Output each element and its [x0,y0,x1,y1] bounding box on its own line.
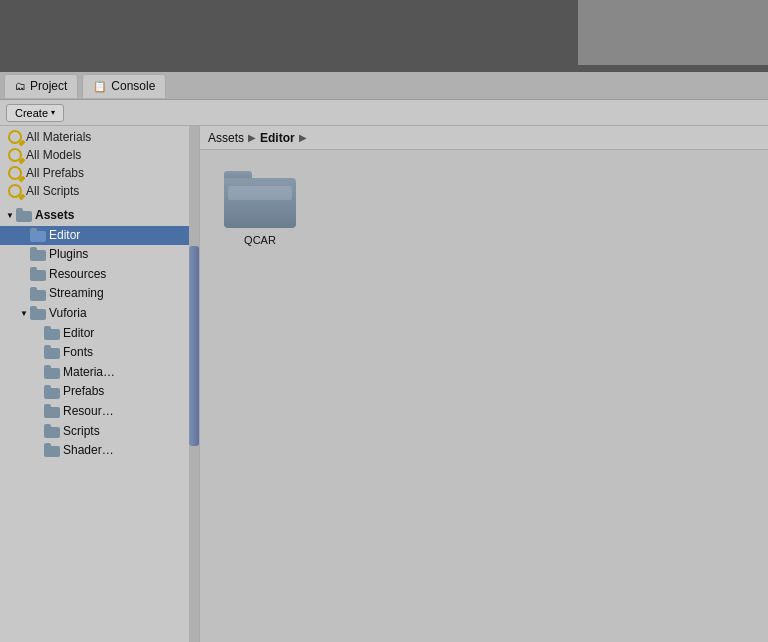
expand-arrow-5[interactable] [18,308,30,320]
search-icon [8,148,22,162]
tree-item-3[interactable]: Resources [0,265,199,285]
folder-icon-3 [30,268,46,281]
folder-large-shine [228,186,292,200]
expand-arrow-8 [32,367,44,379]
search-item-label: All Models [26,148,81,162]
tree-item-1[interactable]: Editor [0,226,199,246]
folder-icon-8 [44,366,60,379]
search-icon [8,130,22,144]
tree-item-12[interactable]: Shader… [0,441,199,461]
tree-item-2[interactable]: Plugins [0,245,199,265]
search-icon [8,184,22,198]
expand-arrow-0[interactable] [4,210,16,222]
top-right-panel [578,0,768,65]
tree-label-8: Materia… [63,365,115,381]
tree-label-11: Scripts [63,424,100,440]
console-tab-icon: 📋 [93,80,107,93]
folder-large-icon [224,170,296,228]
folder-icon-2 [30,248,46,261]
folder-icon-6 [44,327,60,340]
right-panel: Assets ▶ Editor ▶ QCAR [200,126,768,642]
tree-label-7: Fonts [63,345,93,361]
tree-label-4: Streaming [49,286,104,302]
breadcrumb: Assets ▶ Editor ▶ [200,126,768,150]
tree-item-4[interactable]: Streaming [0,284,199,304]
create-button[interactable]: Create ▾ [6,104,64,122]
breadcrumb-arrow-1: ▶ [248,132,256,143]
tree-item-7[interactable]: Fonts [0,343,199,363]
tree-label-3: Resources [49,267,106,283]
search-list: All MaterialsAll ModelsAll PrefabsAll Sc… [0,126,199,202]
tab-bar: 🗂 Project 📋 Console [0,72,768,100]
breadcrumb-arrow-2: ▶ [299,132,307,143]
file-label-qcar: QCAR [244,234,276,246]
tree-label-0: Assets [35,208,74,224]
folder-icon-0 [16,209,32,222]
tree-item-9[interactable]: Prefabs [0,382,199,402]
expand-arrow-12 [32,445,44,457]
folder-icon-10 [44,405,60,418]
expand-arrow-3 [18,269,30,281]
tree-item-11[interactable]: Scripts [0,422,199,442]
tree-label-9: Prefabs [63,384,104,400]
left-panel: All MaterialsAll ModelsAll PrefabsAll Sc… [0,126,200,642]
search-icon [8,166,22,180]
dropdown-arrow-icon: ▾ [51,108,55,117]
search-item-all-prefabs[interactable]: All Prefabs [0,164,199,182]
expand-arrow-9 [32,386,44,398]
tree-item-8[interactable]: Materia… [0,363,199,383]
tree-label-2: Plugins [49,247,88,263]
search-item-all-models[interactable]: All Models [0,146,199,164]
expand-arrow-6 [32,327,44,339]
folder-icon-9 [44,386,60,399]
folder-icon-4 [30,288,46,301]
search-item-all-scripts[interactable]: All Scripts [0,182,199,200]
tree-container: AssetsEditorPluginsResourcesStreamingVuf… [0,202,199,465]
folder-icon-1 [30,229,46,242]
expand-arrow-4 [18,288,30,300]
main-content: All MaterialsAll ModelsAll PrefabsAll Sc… [0,126,768,642]
tree-item-10[interactable]: Resour… [0,402,199,422]
tab-project-label: Project [30,79,67,93]
tree-item-0[interactable]: Assets [0,206,199,226]
file-grid: QCAR [200,150,768,266]
toolbar: Create ▾ [0,100,768,126]
folder-icon-12 [44,444,60,457]
expand-arrow-11 [32,425,44,437]
tab-project[interactable]: 🗂 Project [4,74,78,98]
search-item-label: All Materials [26,130,91,144]
top-area [0,0,768,72]
tree-label-1: Editor [49,228,80,244]
tab-console-label: Console [111,79,155,93]
tree-item-6[interactable]: Editor [0,324,199,344]
folder-icon-5 [30,307,46,320]
folder-icon-7 [44,346,60,359]
tree-label-12: Shader… [63,443,114,459]
expand-arrow-2 [18,249,30,261]
tree-label-10: Resour… [63,404,114,420]
tree-label-5: Vuforia [49,306,87,322]
folder-icon-11 [44,425,60,438]
search-item-all-materials[interactable]: All Materials [0,128,199,146]
scrollbar-thumb[interactable] [189,246,199,446]
search-item-label: All Scripts [26,184,79,198]
breadcrumb-assets: Assets [208,131,244,145]
scrollbar[interactable] [189,126,199,642]
search-item-label: All Prefabs [26,166,84,180]
tree-label-6: Editor [63,326,94,342]
tab-console[interactable]: 📋 Console [82,74,166,98]
folder-large-body [224,178,296,228]
file-item-qcar[interactable]: QCAR [220,170,300,246]
expand-arrow-7 [32,347,44,359]
expand-arrow-1 [18,229,30,241]
expand-arrow-10 [32,406,44,418]
create-label: Create [15,107,48,119]
project-tab-icon: 🗂 [15,80,26,92]
tree-item-5[interactable]: Vuforia [0,304,199,324]
breadcrumb-editor: Editor [260,131,295,145]
